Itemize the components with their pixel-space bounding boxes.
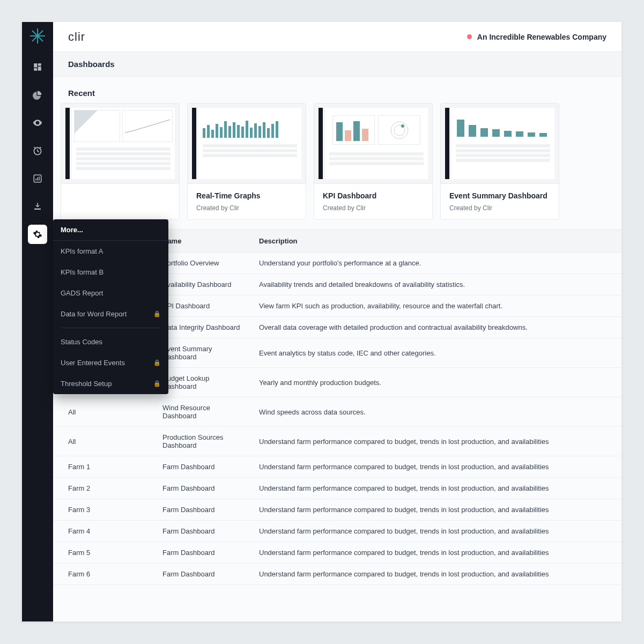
card-title: KPI Dashboard (323, 191, 424, 200)
cell-description: Understand farm performance compared to … (251, 521, 621, 542)
submenu-item-label: Threshold Setup (61, 380, 112, 388)
card-thumbnail (188, 103, 306, 184)
card-subtitle: Created by Clir (449, 204, 550, 212)
nav-barchart-icon[interactable] (28, 169, 47, 188)
nav-eye-icon[interactable] (28, 113, 47, 132)
cell-name: KPI Dashboard (155, 295, 251, 317)
cell-name: Farm Dashboard (155, 521, 251, 542)
submenu-item[interactable]: GADS Report (53, 283, 168, 304)
submenu-item[interactable]: Status Codes (53, 331, 168, 352)
cell-scope: All (53, 397, 155, 427)
cell-description: Understand farm performance compared to … (251, 499, 621, 521)
topbar: clir An Incredible Renewables Company (53, 22, 621, 52)
svg-rect-5 (38, 63, 41, 66)
svg-rect-7 (34, 68, 37, 71)
cell-name: Portfolio Overview (155, 253, 251, 274)
lock-icon: 🔒 (153, 310, 161, 317)
recent-heading: Recent (53, 77, 621, 103)
cell-description: Understand farm performance compared to … (251, 542, 621, 564)
cell-description: Overall data coverage with detailed prod… (251, 317, 621, 338)
svg-rect-11 (37, 177, 38, 181)
cell-description: Understand farm performance compared to … (251, 564, 621, 585)
cell-name: Farm Dashboard (155, 478, 251, 499)
cell-description: Event analytics by status code, IEC and … (251, 338, 621, 368)
cell-name: Farm Dashboard (155, 499, 251, 521)
cell-description: View farm KPI such as production, availa… (251, 295, 621, 317)
recent-card[interactable] (61, 103, 180, 220)
cell-description: Understand farm performance compared to … (251, 478, 621, 499)
table-row[interactable]: AllProduction Sources DashboardUnderstan… (53, 427, 621, 456)
submenu-item-label: Status Codes (61, 338, 102, 346)
submenu-item[interactable]: User Entered Events🔒 (53, 352, 168, 373)
recent-card[interactable]: KPI DashboardCreated by Clir (314, 103, 433, 220)
submenu-item-label: KPIs format A (61, 247, 103, 255)
submenu-item[interactable]: KPIs format A (53, 241, 168, 262)
cell-scope: All (53, 427, 155, 456)
submenu-item[interactable]: KPIs format B (53, 262, 168, 283)
nav-alarm-icon[interactable] (28, 141, 47, 160)
cell-description: Understand your portfolio's performance … (251, 253, 621, 274)
svg-rect-13 (34, 209, 41, 210)
cell-scope: Farm 4 (53, 521, 155, 542)
cell-description: Wind speeds across data sources. (251, 397, 621, 427)
cell-scope: Farm 3 (53, 499, 155, 521)
company-name: An Incredible Renewables Company (477, 33, 606, 41)
svg-point-14 (391, 122, 408, 139)
submenu-divider (61, 328, 161, 328)
nav-download-icon[interactable] (28, 197, 47, 216)
nav-piechart-icon[interactable] (28, 85, 47, 105)
card-thumbnail (441, 103, 559, 184)
svg-rect-12 (39, 176, 40, 181)
cell-name: Production Sources Dashboard (155, 427, 251, 456)
card-subtitle: Created by Clir (196, 204, 297, 212)
recent-cards-row: Real-Time GraphsCreated by ClirKPI Dashb… (53, 103, 621, 230)
svg-rect-4 (34, 63, 37, 68)
card-title: Event Summary Dashboard (449, 191, 550, 200)
cell-scope: Farm 5 (53, 542, 155, 564)
lock-icon: 🔒 (153, 380, 161, 387)
svg-rect-6 (38, 66, 41, 71)
table-row[interactable]: Farm 2Farm DashboardUnderstand farm perf… (53, 478, 621, 499)
svg-rect-10 (35, 179, 36, 181)
table-row[interactable]: Farm 5Farm DashboardUnderstand farm perf… (53, 542, 621, 564)
table-row[interactable]: AllWind Resource DashboardWind speeds ac… (53, 397, 621, 427)
cell-description: Understand farm performance compared to … (251, 456, 621, 478)
recent-card[interactable]: Event Summary DashboardCreated by Clir (440, 103, 559, 220)
page-title: Dashboards (53, 52, 621, 77)
cell-name: Budget Lookup Dashboard (155, 368, 251, 397)
main-sidebar (22, 22, 53, 621)
submenu-item-label: Data for Word Report (61, 310, 127, 318)
card-thumbnail (61, 103, 179, 184)
col-description[interactable]: Description (251, 230, 621, 253)
card-thumbnail (314, 103, 432, 184)
cell-description: Yearly and monthly production budgets. (251, 368, 621, 397)
cell-name: Farm Dashboard (155, 456, 251, 478)
nav-settings-icon[interactable] (28, 225, 47, 244)
submenu-item-label: GADS Report (61, 289, 103, 297)
clir-logo-icon (29, 27, 46, 45)
card-title: Real-Time Graphs (196, 191, 297, 200)
submenu-item[interactable]: Threshold Setup🔒 (53, 373, 168, 394)
cell-name: Wind Resource Dashboard (155, 397, 251, 427)
cell-name: Data Integrity Dashboard (155, 317, 251, 338)
card-subtitle: Created by Clir (323, 204, 424, 212)
submenu-item-label: User Entered Events (61, 359, 125, 367)
nav-dashboards-icon[interactable] (28, 57, 47, 77)
cell-description: Understand farm performance compared to … (251, 427, 621, 456)
submenu-header: More... (53, 219, 168, 241)
submenu-item[interactable]: Data for Word Report🔒 (53, 304, 168, 324)
cell-scope: Farm 2 (53, 478, 155, 499)
company-selector[interactable]: An Incredible Renewables Company (467, 33, 606, 41)
cell-name: Farm Dashboard (155, 542, 251, 564)
table-row[interactable]: Farm 1Farm DashboardUnderstand farm perf… (53, 456, 621, 478)
lock-icon: 🔒 (153, 359, 161, 366)
recent-card[interactable]: Real-Time GraphsCreated by Clir (187, 103, 306, 220)
table-row[interactable]: Farm 4Farm DashboardUnderstand farm perf… (53, 521, 621, 542)
status-dot-icon (467, 34, 472, 39)
cell-name: Event Summary Dashboard (155, 338, 251, 368)
brand-text: clir (68, 30, 85, 44)
table-row[interactable]: Farm 3Farm DashboardUnderstand farm perf… (53, 499, 621, 521)
col-name[interactable]: Name (155, 230, 251, 253)
settings-submenu: More... KPIs format AKPIs format BGADS R… (53, 219, 168, 394)
table-row[interactable]: Farm 6Farm DashboardUnderstand farm perf… (53, 564, 621, 585)
